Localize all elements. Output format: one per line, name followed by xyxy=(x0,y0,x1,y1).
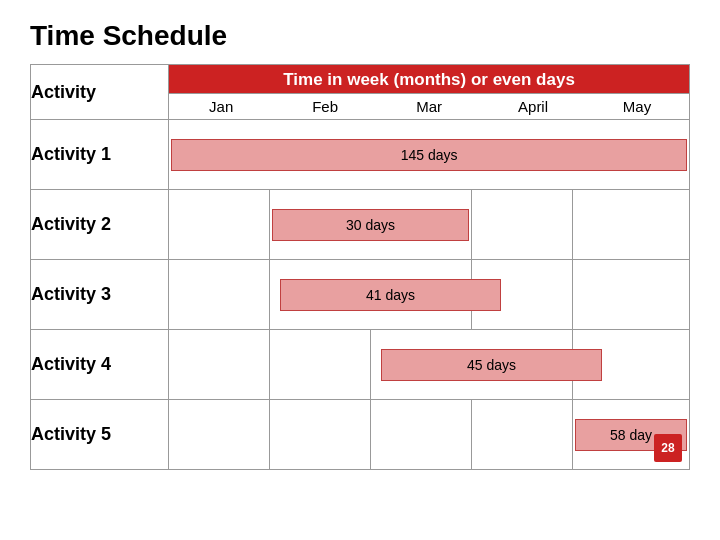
table-row: Activity 4 45 days xyxy=(31,330,690,400)
activity-3-col-jan xyxy=(169,260,270,330)
table-row: Activity 1 145 days xyxy=(31,120,690,190)
activity-5-col-jan xyxy=(169,400,270,470)
activity-5-label: Activity 5 xyxy=(31,400,169,470)
time-header-cell: Time in week (months) or even days Jan F… xyxy=(169,65,690,120)
activity-4-bar: 45 days xyxy=(381,349,602,381)
activity-4-col-feb xyxy=(270,330,371,400)
activity-4-bar-cell: 45 days xyxy=(371,330,573,400)
activity-3-label: Activity 3 xyxy=(31,260,169,330)
table-row: Activity 3 41 days xyxy=(31,260,690,330)
activity-2-col-apr xyxy=(472,190,573,260)
activity-1-bar: 145 days xyxy=(171,139,687,171)
activity-4-col-jan xyxy=(169,330,270,400)
activity-2-col-may xyxy=(573,190,690,260)
activity-3-bar: 41 days xyxy=(280,279,501,311)
page-title: Time Schedule xyxy=(30,20,690,52)
month-labels: Jan Feb Mar April May xyxy=(169,94,689,119)
activity-2-bar-cell: 30 days xyxy=(270,190,472,260)
month-mar: Mar xyxy=(377,98,481,115)
activity-2-bar: 30 days xyxy=(272,209,469,241)
page-number-badge: 28 xyxy=(654,434,682,462)
table-row: Activity 5 58 day xyxy=(31,400,690,470)
activity-1-label: Activity 1 xyxy=(31,120,169,190)
activity-5-col-feb xyxy=(270,400,371,470)
activity-1-bar-cell: 145 days xyxy=(169,120,690,190)
time-header-text: Time in week (months) or even days xyxy=(169,65,689,94)
activity-3-col-may xyxy=(573,260,690,330)
activity-5-col-mar xyxy=(371,400,472,470)
activity-2-col-jan xyxy=(169,190,270,260)
activity-3-bar-cell: 41 days xyxy=(270,260,472,330)
activity-5-col-apr xyxy=(472,400,573,470)
activity-4-label: Activity 4 xyxy=(31,330,169,400)
schedule-table: Activity Time in week (months) or even d… xyxy=(30,64,690,470)
month-jan: Jan xyxy=(169,98,273,115)
table-row: Activity 2 30 days xyxy=(31,190,690,260)
activity-header-label: Activity xyxy=(31,82,96,102)
month-feb: Feb xyxy=(273,98,377,115)
month-may: May xyxy=(585,98,689,115)
activity-2-label: Activity 2 xyxy=(31,190,169,260)
activity-header: Activity xyxy=(31,65,169,120)
month-apr: April xyxy=(481,98,585,115)
